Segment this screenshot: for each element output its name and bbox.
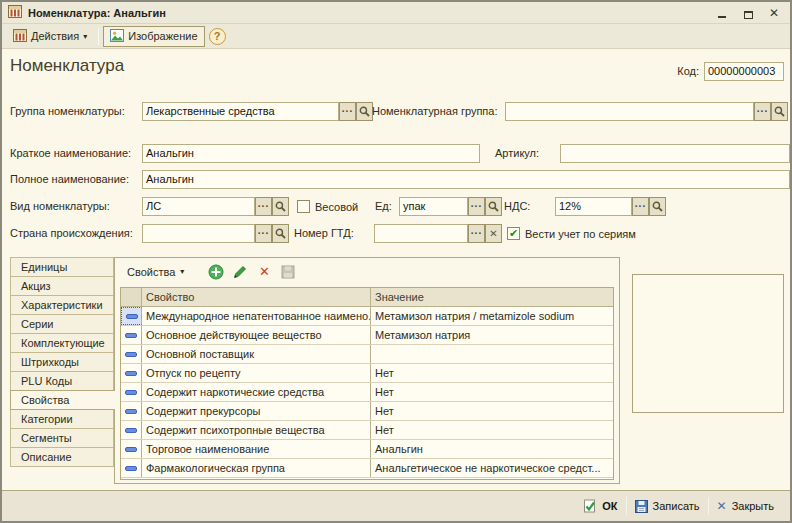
row-selection-icon bbox=[121, 402, 142, 420]
floppy-disabled-icon bbox=[281, 265, 295, 279]
tab-categories[interactable]: Категории bbox=[10, 409, 114, 429]
kind-field[interactable]: ЛС bbox=[142, 197, 255, 216]
close-button[interactable]: ✕ bbox=[766, 6, 782, 20]
pencil-icon bbox=[233, 265, 247, 279]
close-x-icon: ✕ bbox=[717, 499, 727, 513]
tab-properties[interactable]: Свойства bbox=[10, 390, 115, 410]
table-row[interactable]: Содержит прекурсоры Нет bbox=[121, 402, 613, 421]
tab-characteristics[interactable]: Характеристики bbox=[10, 295, 114, 315]
table-row[interactable]: Торговое наименование Анальгин bbox=[121, 440, 613, 459]
value-cell[interactable]: Нет bbox=[371, 421, 613, 439]
property-cell[interactable]: Фармакологическая группа bbox=[142, 459, 371, 477]
tab-units[interactable]: Единицы bbox=[10, 257, 114, 277]
property-cell[interactable]: Основное действующее вещество bbox=[142, 326, 371, 344]
minimize-icon bbox=[718, 16, 726, 18]
article-field[interactable] bbox=[560, 144, 790, 163]
country-browse-button[interactable]: ... bbox=[255, 224, 272, 243]
tab-barcodes[interactable]: Штрихкоды bbox=[10, 352, 114, 372]
unit-browse-button[interactable]: ... bbox=[468, 197, 485, 216]
tab-plu-codes[interactable]: PLU Коды bbox=[10, 371, 114, 391]
title-bar[interactable]: Номенклатура: Анальгин ✕ bbox=[2, 2, 790, 24]
tab-excise[interactable]: Акциз bbox=[10, 276, 114, 296]
value-cell[interactable]: Анальгетическое не наркотическое средст.… bbox=[371, 459, 613, 477]
property-cell[interactable]: Содержит психотропные вещества bbox=[142, 421, 371, 439]
row-selection-icon bbox=[121, 383, 142, 401]
table-row[interactable]: Фармакологическая группа Анальгетическое… bbox=[121, 459, 613, 478]
maximize-icon bbox=[744, 11, 753, 19]
code-field[interactable]: 00000000003 bbox=[704, 62, 784, 81]
vat-search-button[interactable] bbox=[649, 197, 666, 216]
value-cell[interactable]: Нет bbox=[371, 402, 613, 420]
gtd-field[interactable] bbox=[374, 224, 468, 243]
gtd-browse-button[interactable]: ... bbox=[468, 224, 485, 243]
save-button[interactable]: Записать bbox=[627, 497, 708, 516]
value-cell[interactable]: Метамизол натрия / metamizole sodium bbox=[371, 307, 613, 325]
property-cell[interactable]: Отпуск по рецепту bbox=[142, 364, 371, 382]
property-cell[interactable]: Международное непатентованное наимено... bbox=[142, 307, 371, 325]
kind-search-button[interactable] bbox=[272, 197, 289, 216]
value-cell[interactable]: Метамизол натрия bbox=[371, 326, 613, 344]
table-row[interactable]: Отпуск по рецепту Нет bbox=[121, 364, 613, 383]
row-selection-icon bbox=[121, 459, 142, 477]
image-preview-box[interactable] bbox=[632, 274, 784, 413]
gtd-clear-button[interactable]: ✕ bbox=[485, 224, 502, 243]
image-toggle-button[interactable]: Изображение bbox=[103, 26, 204, 47]
weighted-checkbox[interactable] bbox=[297, 200, 310, 213]
table-row[interactable]: Содержит наркотические средства Нет bbox=[121, 383, 613, 402]
group-field[interactable]: Лекарственные средства bbox=[142, 102, 339, 121]
nom-group-browse-button[interactable]: ... bbox=[754, 102, 771, 121]
minimize-button[interactable] bbox=[714, 6, 730, 20]
vat-browse-button[interactable]: ... bbox=[632, 197, 649, 216]
value-cell[interactable]: Анальгин bbox=[371, 440, 613, 458]
value-cell[interactable]: Нет bbox=[371, 364, 613, 382]
group-search-button[interactable] bbox=[356, 102, 373, 121]
chevron-down-icon: ▾ bbox=[83, 32, 87, 41]
weighted-label: Весовой bbox=[315, 201, 358, 213]
edit-button[interactable] bbox=[231, 263, 249, 281]
add-button[interactable] bbox=[207, 263, 225, 281]
kind-browse-button[interactable]: ... bbox=[255, 197, 272, 216]
unit-field[interactable]: упак bbox=[399, 197, 468, 216]
series-checkbox[interactable]: ✔ bbox=[507, 227, 520, 240]
magnifier-icon bbox=[774, 106, 785, 117]
table-row[interactable]: Основной поставщик bbox=[121, 345, 613, 364]
row-selection-icon bbox=[121, 440, 142, 458]
help-button[interactable]: ? bbox=[209, 28, 226, 45]
unit-search-button[interactable] bbox=[485, 197, 502, 216]
property-cell[interactable]: Содержит прекурсоры bbox=[142, 402, 371, 420]
value-cell[interactable]: Нет bbox=[371, 383, 613, 401]
country-field[interactable] bbox=[142, 224, 255, 243]
attribute-icon bbox=[125, 409, 137, 414]
maximize-button[interactable] bbox=[740, 6, 756, 20]
properties-menu-button[interactable]: Свойства ▾ bbox=[123, 264, 188, 280]
value-cell[interactable] bbox=[371, 345, 613, 363]
ok-button[interactable]: ОК bbox=[575, 496, 625, 516]
table-row[interactable]: Международное непатентованное наимено...… bbox=[121, 307, 613, 326]
close-window-button[interactable]: ✕ Закрыть bbox=[709, 496, 782, 516]
vat-field[interactable]: 12% bbox=[555, 197, 632, 216]
save-settings-button-disabled[interactable] bbox=[279, 263, 297, 281]
table-row[interactable]: Основное действующее вещество Метамизол … bbox=[121, 326, 613, 345]
main-toolbar: Действия ▾ Изображение ? bbox=[2, 24, 790, 49]
property-column-header[interactable]: Свойство bbox=[142, 288, 371, 306]
tab-description[interactable]: Описание bbox=[10, 447, 114, 467]
nom-group-field[interactable] bbox=[505, 102, 754, 121]
property-cell[interactable]: Содержит наркотические средства bbox=[142, 383, 371, 401]
group-browse-button[interactable]: ... bbox=[339, 102, 356, 121]
property-cell[interactable]: Основной поставщик bbox=[142, 345, 371, 363]
tab-series[interactable]: Серии bbox=[10, 314, 114, 334]
table-row[interactable]: Содержит психотропные вещества Нет bbox=[121, 421, 613, 440]
toolbar-separator bbox=[197, 264, 198, 280]
nom-group-search-button[interactable] bbox=[771, 102, 788, 121]
actions-menu-button[interactable]: Действия ▾ bbox=[6, 26, 94, 47]
full-name-field[interactable]: Анальгин bbox=[142, 170, 790, 189]
value-column-header[interactable]: Значение bbox=[371, 288, 613, 306]
delete-button[interactable]: ✕ bbox=[255, 263, 273, 281]
tab-segments[interactable]: Сегменты bbox=[10, 428, 114, 448]
attribute-icon bbox=[125, 466, 137, 471]
property-cell[interactable]: Торговое наименование bbox=[142, 440, 371, 458]
country-search-button[interactable] bbox=[272, 224, 289, 243]
attribute-icon bbox=[125, 447, 137, 452]
short-name-field[interactable]: Анальгин bbox=[142, 144, 480, 163]
tab-components[interactable]: Комплектующие bbox=[10, 333, 114, 353]
